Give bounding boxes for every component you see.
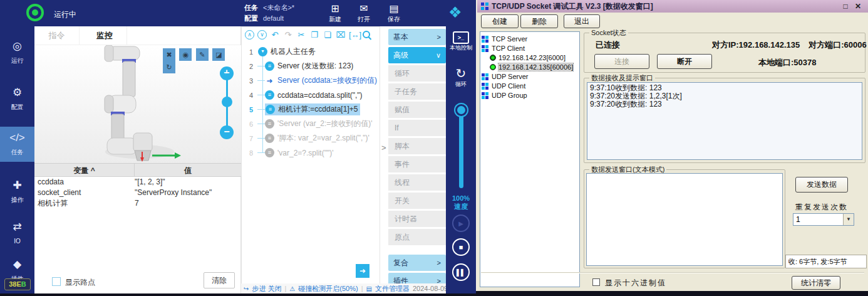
tree-item-connection-selected[interactable]: 192.168.142.135[60006] [482,62,578,71]
tree-node-disabled[interactable]: 6 ≡ 'Server (var_2:=接收到的值)' [242,117,380,131]
zoom-slider-thumb[interactable] [222,97,232,107]
table-row[interactable]: ccddata "[1, 2, 3]" [34,177,241,188]
maximize-button[interactable]: □ [839,2,852,11]
disconnect-button[interactable]: 断开 [657,54,712,69]
measure-icon[interactable]: ✎ [196,48,209,61]
close-button[interactable]: ✕ [852,2,864,11]
speed-slider-track [459,108,463,188]
sidebar-item-task[interactable]: </> 任务 [0,127,34,162]
tree-node-disabled[interactable]: 8 ≡ 'var_2=?.split("")' [242,145,380,160]
collapse-panel-arrow[interactable]: > [381,143,386,152]
create-button[interactable]: 创建 [481,14,519,28]
palette-item-event[interactable]: 事件 [388,156,446,172]
table-row[interactable]: socket_client "ServerProxy Instance" [34,188,241,198]
pause-button[interactable]: ▌▌ [446,263,476,281]
paste-icon[interactable]: ❏ [323,30,333,40]
delete-button[interactable]: 删除 [520,14,558,28]
open-task-label: 打开 [349,15,378,24]
undo-icon[interactable]: ↶ [270,30,280,40]
loop-mode-button[interactable]: ↻ 循环 [446,66,476,88]
clear-button[interactable]: 清除 [204,272,235,288]
task-config-meta: 任务<未命名>* 配置default [244,3,294,24]
expand-all-icon[interactable]: ∨ [257,30,267,40]
palette-item-switch[interactable]: 开关 [388,193,446,209]
tree-item-tcp-server[interactable]: TCP Server [482,34,578,43]
reset-stats-button[interactable]: 统计清零 [792,276,840,290]
open-task-button[interactable]: ✉ 打开 [349,3,378,24]
palette-group-composite[interactable]: 复合 > [388,255,446,271]
palette-item-script[interactable]: 脚本 [388,138,446,154]
palette-item-timer[interactable]: 计时器 [388,211,446,227]
palette-item-assign[interactable]: 赋值 [388,102,446,118]
search-icon[interactable] [362,30,371,40]
tree-item-udp-client[interactable]: UDP Client [482,81,578,90]
sidebar-item-operate[interactable]: ✚ 操作 [0,174,34,209]
redo-icon[interactable]: ↷ [283,30,293,40]
copy-icon[interactable]: ❐ [309,30,319,40]
replace-icon[interactable]: [↔] [349,30,359,40]
palette-item-loop[interactable]: 循环 [388,65,446,82]
tree-node-disabled[interactable]: 7 ≡ '脚本: var_2=var_2.split(",")' [242,131,380,145]
repeat-count-select[interactable]: 1 ▼ [793,213,854,226]
send-textarea[interactable] [586,173,783,266]
palette-item-subtask[interactable]: 子任务 [388,83,446,100]
next-arrow-button[interactable]: ➜ [356,264,369,278]
palette-item-origin[interactable]: 原点 [388,229,446,245]
step-status[interactable]: 步进 关闭 [252,284,281,293]
sidebar-item-config[interactable]: ⚙ 配置 [0,82,34,117]
collision-icon: ⚠ [289,285,295,292]
rotate-view-icon[interactable]: ↻ [163,61,175,73]
terminal-icon: >_ [453,31,469,44]
tab-monitor[interactable]: 监控 [82,26,127,45]
sidebar-label: 任务 [11,149,24,156]
dropdown-arrow-icon[interactable]: ▼ [843,214,854,225]
connect-button[interactable]: 连接 [594,54,649,69]
sidebar-item-io[interactable]: ⇄ IO [0,216,34,251]
hex-display-checkbox[interactable] [592,278,600,286]
file-manager-link[interactable]: 文件管理器 [375,284,410,293]
new-task-button[interactable]: ⊞ 新建 [321,3,349,24]
eye-icon[interactable]: ◉ [179,48,192,61]
tree-item-udp-group[interactable]: UDP Group [482,90,578,100]
col-value[interactable]: 值 [135,164,241,176]
tree-node-root[interactable]: 1 ▼ 机器人主任务 [242,45,380,59]
expand-node-icon[interactable]: ▼ [258,47,267,56]
collapse-all-icon[interactable]: ∧ [245,30,254,40]
tree-item-connection[interactable]: 192.168.142.23[6000] [482,53,578,62]
collision-status[interactable]: 碰撞检测开启(50%) [298,284,358,293]
col-variable[interactable]: 变量 ^ [34,164,135,176]
exit-button[interactable]: 退出 [564,14,600,28]
tree-node[interactable]: 4 ≡ ccddata=ccddata.split(",") [242,88,380,102]
send-data-button[interactable]: 发送数据 [795,177,848,193]
table-row[interactable]: 相机计算 7 [34,198,241,209]
tree-node-current[interactable]: 3 ➜ Server (ccddata:=接收到的值) [242,73,380,88]
palette-group-basic[interactable]: 基本 > [388,29,446,45]
new-file-icon: ⊞ [321,3,349,15]
tree-item-tcp-client[interactable]: TCP Client [482,43,578,53]
tree-node[interactable]: 2 ≡ Server (发送数据: 123) [242,59,380,73]
cut-icon[interactable]: ✂ [296,30,306,40]
window-titlebar[interactable]: TCP/UDP Socket 调试工具 V2.3 [数据收发窗口] □ ✕ [477,0,868,13]
zoom-out-button[interactable]: − [220,125,234,139]
tree-item-udp-server[interactable]: UDP Server [482,71,578,81]
robot-3d-view[interactable]: ✖ ◉ ✎ ◪ ↻ + − [34,45,241,163]
trash-icon[interactable]: ⌧ [336,30,346,40]
stop-button[interactable]: ■ [446,238,476,256]
receive-log[interactable]: 9:37:10收到数据: 123 9:37:20发送数据: 1,2,3[1次] … [587,82,862,160]
palette-group-advanced[interactable]: 高级 ∨ [388,47,446,63]
save-task-button[interactable]: ▤ 保存 [380,3,408,24]
tools-icon[interactable]: ✖ [163,48,175,61]
socket-status-group: Socket状态 已连接 对方IP:192.168.142.135对方端口:60… [584,33,865,73]
palette-item-thread[interactable]: 线程 [388,174,446,191]
tree-node-selected[interactable]: 5 ≡ 相机计算:=ccddata[1]+5 [242,102,380,117]
tab-command[interactable]: 指令 [34,26,80,45]
branch-line [257,80,265,81]
local-control-button[interactable]: >_ 本地控制 [446,31,476,51]
speed-slider-thumb[interactable] [455,104,467,116]
eraser-icon[interactable]: ◪ [212,48,225,61]
palette-item-if[interactable]: If [388,120,446,136]
show-waypoints-checkbox[interactable] [52,277,61,286]
step-forward-button[interactable]: ▶ [446,214,476,232]
sidebar-item-run[interactable]: ◎ 运行 [0,35,34,70]
hex-display-label: 显示十六进制值 [605,278,666,288]
